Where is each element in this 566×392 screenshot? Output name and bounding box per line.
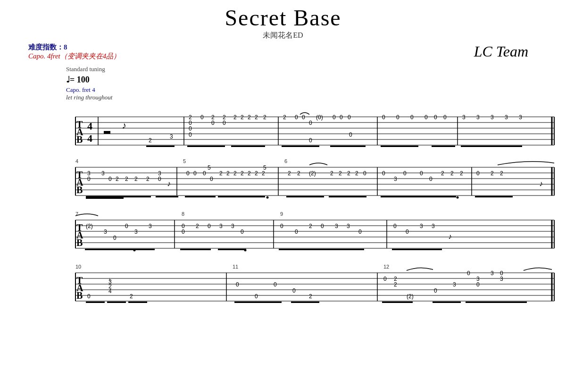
svg-text:2: 2 bbox=[241, 114, 244, 121]
svg-text:0: 0 bbox=[203, 170, 206, 177]
svg-text:3: 3 bbox=[500, 276, 503, 282]
svg-text:B: B bbox=[76, 185, 83, 195]
svg-text:11: 11 bbox=[233, 264, 238, 270]
svg-text:2: 2 bbox=[116, 176, 119, 182]
svg-text:0: 0 bbox=[424, 114, 428, 121]
svg-text:4: 4 bbox=[87, 132, 92, 144]
svg-text:3: 3 bbox=[453, 281, 456, 288]
svg-text:2: 2 bbox=[330, 170, 333, 177]
svg-text:0: 0 bbox=[382, 114, 385, 121]
svg-rect-94 bbox=[86, 197, 124, 199]
svg-rect-134 bbox=[381, 196, 418, 197]
svg-text:(2): (2) bbox=[309, 170, 316, 177]
svg-text:0: 0 bbox=[358, 229, 362, 235]
svg-text:0: 0 bbox=[208, 223, 211, 229]
svg-rect-58 bbox=[381, 146, 418, 147]
svg-rect-247 bbox=[499, 302, 527, 303]
svg-text:3: 3 bbox=[104, 229, 107, 235]
svg-text:2: 2 bbox=[283, 114, 286, 121]
svg-text:5: 5 bbox=[263, 164, 266, 171]
svg-text:0: 0 bbox=[348, 114, 351, 121]
svg-text:0: 0 bbox=[429, 176, 433, 182]
svg-text:2: 2 bbox=[196, 223, 199, 229]
svg-text:0: 0 bbox=[87, 293, 91, 300]
svg-text:4: 4 bbox=[108, 288, 112, 294]
svg-text:2: 2 bbox=[450, 170, 454, 177]
svg-text:B: B bbox=[76, 290, 83, 301]
svg-text:2: 2 bbox=[219, 170, 223, 177]
svg-text:♪: ♪ bbox=[539, 180, 543, 188]
svg-text:0: 0 bbox=[309, 137, 312, 144]
svg-text:0: 0 bbox=[274, 281, 277, 288]
svg-text:2: 2 bbox=[347, 170, 350, 177]
staff-row-3: 7 T A B 8 9 (2) bbox=[28, 208, 538, 257]
svg-text:2: 2 bbox=[134, 176, 138, 182]
svg-rect-50 bbox=[282, 146, 319, 147]
svg-text:3: 3 bbox=[491, 270, 494, 277]
svg-text:0: 0 bbox=[200, 114, 204, 121]
svg-text:0: 0 bbox=[210, 176, 213, 182]
standard-tuning: Standard tuning bbox=[66, 65, 538, 73]
svg-text:0: 0 bbox=[193, 170, 197, 177]
capo-text: Capo. 4fret（变调夹夹在4品） bbox=[28, 52, 538, 61]
main-title: Secret Base bbox=[28, 5, 538, 31]
svg-text:0: 0 bbox=[420, 170, 423, 177]
svg-rect-113 bbox=[218, 196, 265, 197]
svg-rect-95 bbox=[113, 196, 151, 197]
svg-rect-23 bbox=[146, 146, 175, 147]
svg-text:0: 0 bbox=[393, 223, 397, 229]
svg-text:2: 2 bbox=[248, 114, 251, 121]
svg-rect-221 bbox=[86, 302, 105, 303]
svg-text:B: B bbox=[76, 237, 83, 248]
svg-text:0: 0 bbox=[333, 114, 336, 121]
svg-text:2: 2 bbox=[241, 170, 244, 177]
svg-text:0: 0 bbox=[434, 114, 437, 121]
svg-point-169 bbox=[133, 249, 136, 252]
svg-text:2: 2 bbox=[309, 223, 312, 229]
svg-text:0: 0 bbox=[295, 114, 298, 121]
tempo: ♩= 100 bbox=[66, 74, 538, 85]
staff-svg-2: 4 T A B 3 0 3 0 bbox=[47, 155, 557, 203]
svg-text:0: 0 bbox=[363, 170, 366, 177]
svg-text:10: 10 bbox=[75, 264, 81, 270]
svg-text:2: 2 bbox=[262, 170, 265, 177]
svg-rect-135 bbox=[418, 196, 456, 197]
svg-rect-65 bbox=[461, 146, 522, 147]
svg-rect-189 bbox=[333, 249, 364, 250]
svg-text:3: 3 bbox=[476, 114, 480, 121]
svg-rect-246 bbox=[466, 302, 503, 303]
staff-svg-4: 10 T A B 11 12 0 bbox=[47, 261, 557, 308]
capo-fret-number: 4 bbox=[92, 86, 95, 93]
svg-text:2: 2 bbox=[500, 170, 503, 177]
svg-text:0: 0 bbox=[302, 114, 305, 121]
svg-text:♪: ♪ bbox=[448, 232, 452, 240]
svg-rect-177 bbox=[180, 249, 211, 250]
arranger: LC Team bbox=[474, 43, 528, 60]
svg-point-179 bbox=[244, 249, 247, 252]
svg-text:2: 2 bbox=[233, 170, 237, 177]
svg-text:0: 0 bbox=[125, 223, 128, 229]
svg-text:9: 9 bbox=[280, 211, 283, 217]
let-ring: let ring throughout bbox=[66, 94, 538, 101]
svg-text:4: 4 bbox=[87, 120, 92, 132]
svg-text:0: 0 bbox=[383, 276, 387, 282]
svg-text:0: 0 bbox=[189, 125, 192, 132]
svg-text:3: 3 bbox=[101, 170, 105, 177]
svg-text:0: 0 bbox=[113, 235, 117, 241]
svg-text:5: 5 bbox=[208, 164, 211, 171]
svg-text:3: 3 bbox=[231, 223, 234, 229]
svg-text:0: 0 bbox=[349, 131, 352, 138]
svg-text:0: 0 bbox=[87, 176, 91, 182]
staff-row-4: 10 T A B 11 12 0 bbox=[28, 261, 538, 310]
svg-text:2: 2 bbox=[226, 170, 230, 177]
svg-point-136 bbox=[457, 196, 459, 199]
svg-text:3: 3 bbox=[491, 114, 494, 121]
svg-text:0: 0 bbox=[309, 120, 312, 126]
svg-text:3: 3 bbox=[149, 223, 152, 229]
svg-text:(0): (0) bbox=[316, 114, 323, 121]
svg-rect-38 bbox=[187, 146, 225, 147]
difficulty: 难度指数：8 bbox=[28, 43, 538, 52]
svg-point-114 bbox=[266, 196, 269, 199]
svg-text:2: 2 bbox=[288, 170, 291, 177]
svg-text:2: 2 bbox=[233, 114, 237, 121]
